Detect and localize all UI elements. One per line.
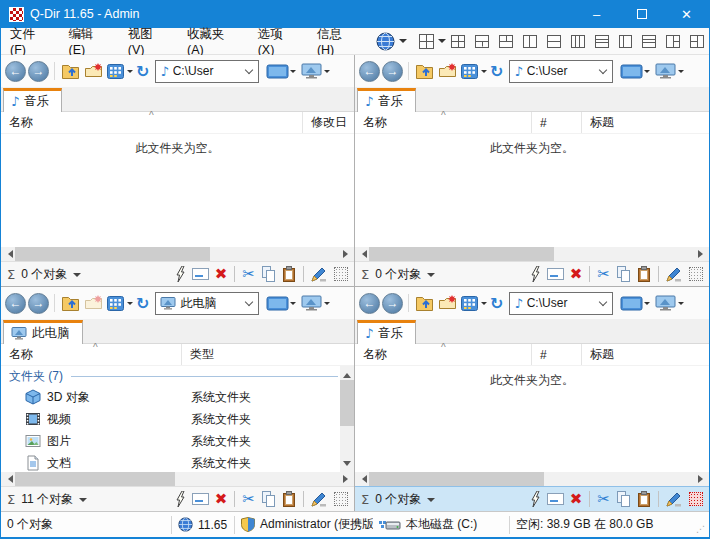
cut-icon[interactable]: ✂: [597, 490, 610, 508]
scrollbar-thumb[interactable]: [369, 247, 554, 261]
layout-3-columns[interactable]: [571, 35, 585, 48]
new-folder-button[interactable]: [84, 295, 103, 311]
horizontal-scrollbar[interactable]: [1, 472, 354, 486]
desktop-view-button[interactable]: [620, 64, 643, 79]
paste-icon[interactable]: [637, 491, 651, 507]
scroll-left-icon[interactable]: [355, 472, 369, 486]
count-dropdown-icon[interactable]: [427, 498, 435, 506]
maximize-button[interactable]: [619, 0, 664, 28]
cut-icon[interactable]: ✂: [597, 265, 610, 283]
back-button[interactable]: ←: [359, 293, 380, 314]
view-mode-dropdown-icon[interactable]: [481, 70, 487, 76]
selection-marker-icon[interactable]: [689, 267, 703, 281]
monitor-view-button[interactable]: [300, 295, 323, 312]
quick-action-icon[interactable]: [530, 266, 541, 282]
layout-2top-1bottom[interactable]: [499, 35, 513, 48]
forward-button[interactable]: →: [382, 61, 403, 82]
group-header[interactable]: 文件夹 (7): [1, 366, 340, 386]
scrollbar-thumb[interactable]: [369, 472, 544, 486]
rename-icon[interactable]: [192, 268, 209, 280]
address-dropdown-icon[interactable]: [599, 65, 607, 73]
minimize-button[interactable]: –: [574, 0, 619, 28]
layout-2-vertical[interactable]: [523, 35, 537, 48]
list-item[interactable]: 视频 系统文件夹: [1, 408, 340, 430]
globe-dropdown-icon[interactable]: [399, 39, 407, 47]
close-button[interactable]: ✕: [664, 0, 709, 28]
quick-action-icon[interactable]: [175, 266, 186, 282]
menu-info[interactable]: 信息 (H): [308, 26, 368, 57]
new-folder-button[interactable]: [438, 63, 457, 79]
count-dropdown-icon[interactable]: [427, 273, 435, 281]
new-folder-button[interactable]: [438, 295, 457, 311]
tab-music[interactable]: ♪ 音乐: [357, 88, 416, 112]
copy-icon[interactable]: [261, 491, 276, 507]
quick-action-icon[interactable]: [530, 491, 541, 507]
globe-icon[interactable]: [376, 32, 395, 51]
column-number[interactable]: #: [531, 344, 581, 365]
menu-view[interactable]: 视图 (V): [119, 26, 178, 57]
desktop-view-dropdown-icon[interactable]: [644, 70, 650, 76]
refresh-button[interactable]: ↻: [136, 62, 149, 81]
layout-2-horizontal[interactable]: [547, 35, 561, 48]
refresh-button[interactable]: ↻: [136, 294, 149, 313]
monitor-view-button[interactable]: [654, 295, 677, 312]
list-item[interactable]: 3D 对象 系统文件夹: [1, 386, 340, 408]
rename-icon[interactable]: [547, 268, 564, 280]
address-dropdown-icon[interactable]: [245, 297, 253, 305]
back-button[interactable]: ←: [359, 61, 380, 82]
paste-icon[interactable]: [282, 266, 296, 282]
scrollbar-thumb[interactable]: [15, 247, 210, 261]
scrollbar-thumb[interactable]: [15, 472, 175, 486]
view-mode-button[interactable]: [107, 296, 124, 311]
address-bar[interactable]: ♪ C:\User: [155, 60, 259, 83]
layout-quad-main[interactable]: [419, 34, 435, 49]
layout-3-rows[interactable]: [595, 35, 609, 48]
layout-2left-1right[interactable]: [690, 35, 704, 48]
monitor-view-dropdown-icon[interactable]: [324, 302, 330, 308]
monitor-view-dropdown-icon[interactable]: [678, 70, 684, 76]
rename-icon[interactable]: [192, 493, 209, 505]
desktop-view-dropdown-icon[interactable]: [644, 302, 650, 308]
object-count[interactable]: 0 个对象: [375, 266, 421, 283]
folder-up-button[interactable]: [415, 63, 434, 79]
folder-up-button[interactable]: [61, 295, 80, 311]
view-mode-button[interactable]: [461, 296, 478, 311]
forward-button[interactable]: →: [28, 61, 49, 82]
forward-button[interactable]: →: [382, 293, 403, 314]
view-mode-dropdown-icon[interactable]: [127, 70, 133, 76]
menu-options[interactable]: 选项 (X): [249, 26, 308, 57]
address-dropdown-icon[interactable]: [599, 297, 607, 305]
monitor-view-button[interactable]: [300, 63, 323, 80]
address-bar[interactable]: 此电脑: [155, 292, 259, 315]
edit-pen-icon[interactable]: [666, 491, 682, 507]
layout-1left-2right[interactable]: [666, 35, 680, 48]
list-item[interactable]: 文档 系统文件夹: [1, 452, 340, 472]
quick-action-icon[interactable]: [175, 491, 186, 507]
address-bar[interactable]: ♪ C:\User: [509, 292, 613, 315]
copy-icon[interactable]: [616, 266, 631, 282]
layout-dropdown-icon[interactable]: [438, 39, 446, 47]
rename-icon[interactable]: [547, 493, 564, 505]
edit-pen-icon[interactable]: [311, 491, 327, 507]
layout-quad[interactable]: [451, 35, 465, 48]
refresh-button[interactable]: ↻: [490, 62, 503, 81]
file-list[interactable]: 此文件夹为空。: [1, 134, 354, 247]
menu-favorites[interactable]: 收藏夹 (A): [178, 26, 249, 57]
selection-marker-icon[interactable]: [334, 492, 348, 506]
scroll-up-icon[interactable]: [340, 366, 354, 380]
column-title[interactable]: 标题: [581, 344, 709, 365]
folder-up-button[interactable]: [415, 295, 434, 311]
monitor-view-dropdown-icon[interactable]: [678, 302, 684, 308]
view-mode-button[interactable]: [461, 64, 478, 79]
tab-music[interactable]: ♪ 音乐: [3, 88, 62, 112]
column-number[interactable]: #: [531, 112, 581, 133]
view-mode-dropdown-icon[interactable]: [127, 302, 133, 308]
layout-1top-2bottom[interactable]: [475, 35, 489, 48]
cut-icon[interactable]: ✂: [242, 490, 255, 508]
view-mode-dropdown-icon[interactable]: [481, 302, 487, 308]
count-dropdown-icon[interactable]: [79, 498, 87, 506]
column-modified[interactable]: 修改日: [302, 112, 354, 133]
paste-icon[interactable]: [637, 266, 651, 282]
vertical-scrollbar[interactable]: [340, 366, 354, 472]
desktop-view-button[interactable]: [620, 296, 643, 311]
